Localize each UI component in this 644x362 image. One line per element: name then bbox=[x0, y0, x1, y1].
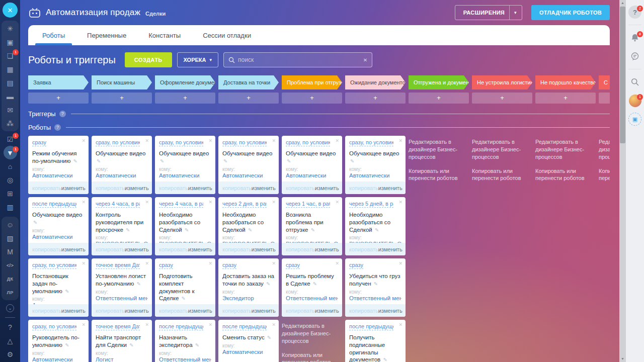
add-robot-button[interactable]: + bbox=[345, 93, 406, 104]
search-input[interactable] bbox=[238, 56, 360, 63]
close-menu-button[interactable]: ✕ bbox=[3, 3, 18, 18]
copy-robot-button[interactable]: копировать bbox=[96, 185, 125, 191]
lr-icon[interactable]: ЛР bbox=[3, 286, 18, 299]
copy-robot-button[interactable]: копировать bbox=[286, 308, 315, 314]
delete-robot-icon[interactable]: ✕ bbox=[272, 200, 276, 205]
robot-recipient-link[interactable]: Автоматически bbox=[222, 172, 275, 178]
delete-robot-icon[interactable]: ✕ bbox=[82, 322, 86, 327]
delete-robot-icon[interactable]: ✕ bbox=[82, 261, 86, 266]
stage-header[interactable]: Заявка bbox=[28, 75, 89, 89]
copy-robot-button[interactable]: копировать bbox=[222, 308, 252, 314]
edit-pencil-icon[interactable]: ✎ bbox=[126, 227, 130, 233]
funnel-selector[interactable]: ХОРЕКА ▾ bbox=[177, 52, 218, 67]
tab-4[interactable]: Сессии отладки bbox=[192, 25, 262, 45]
scroll-down-icon[interactable]: ▼ bbox=[619, 356, 626, 362]
edit-in-designer-link[interactable]: Редактировать в дизайнере Бизнес-процесс… bbox=[472, 138, 532, 161]
scroll-up-icon[interactable]: ▲ bbox=[619, 0, 626, 6]
structure-icon[interactable]: △ bbox=[3, 334, 18, 347]
chat-icon[interactable]: ❏1 bbox=[3, 49, 18, 62]
delete-robot-icon[interactable]: ✕ bbox=[208, 138, 212, 143]
copy-robot-button[interactable]: копировать bbox=[32, 185, 61, 191]
tasks-icon[interactable]: ☑1 bbox=[3, 132, 18, 146]
delete-robot-icon[interactable]: ✕ bbox=[208, 200, 212, 205]
edit-robot-button[interactable]: изменить bbox=[378, 185, 403, 191]
robot-trigger-time-link[interactable]: сразу bbox=[222, 262, 236, 269]
edit-pencil-icon[interactable]: ✎ bbox=[182, 296, 186, 301]
feed-icon[interactable]: ✳ bbox=[3, 22, 18, 35]
edit-pencil-icon[interactable]: ✎ bbox=[97, 158, 101, 164]
edit-in-designer-link[interactable]: Редактировать в дизайнере Бизнес-процесс… bbox=[599, 138, 610, 161]
automation-icon[interactable]: ☺ bbox=[3, 218, 18, 231]
edit-pencil-icon[interactable]: ✎ bbox=[248, 227, 252, 233]
edit-robot-button[interactable]: изменить bbox=[61, 185, 86, 191]
robot-recipient-link[interactable]: Автоматически bbox=[96, 172, 148, 178]
robot-trigger-time-link[interactable]: сразу, по условию bbox=[286, 139, 330, 146]
notifications-button[interactable]: 8 bbox=[628, 31, 642, 45]
robot-recipient-link[interactable]: Автоматически bbox=[32, 356, 85, 362]
robot-trigger-time-link[interactable]: сразу bbox=[32, 139, 46, 146]
tab-2[interactable]: Переменные bbox=[76, 25, 137, 45]
edit-robot-button[interactable]: изменить bbox=[125, 308, 149, 314]
delete-robot-icon[interactable]: ✕ bbox=[145, 261, 149, 266]
add-robot-button[interactable]: + bbox=[155, 93, 215, 104]
vertical-scrollbar[interactable]: ▲ ▼ bbox=[619, 0, 626, 362]
settings-icon[interactable]: ⚙ bbox=[3, 347, 18, 361]
entity-link[interactable]: Сделки bbox=[145, 11, 166, 17]
developer-icon[interactable]: </> bbox=[3, 258, 18, 272]
help-button[interactable]: ? 2 bbox=[628, 5, 642, 19]
edit-pencil-icon[interactable]: ✎ bbox=[311, 227, 315, 233]
extensions-button[interactable]: РАСШИРЕНИЯ ▾ bbox=[455, 5, 522, 20]
robot-trigger-time-link[interactable]: сразу, по условию bbox=[222, 139, 267, 146]
mail-icon[interactable]: ✉ bbox=[3, 103, 18, 117]
robot-trigger-time-link[interactable]: сразу, по условию bbox=[32, 262, 76, 269]
edit-robot-button[interactable]: изменить bbox=[61, 308, 86, 314]
edit-pencil-icon[interactable]: ✎ bbox=[287, 158, 291, 164]
delete-robot-icon[interactable]: ✕ bbox=[208, 261, 212, 266]
documents-icon[interactable]: ▤ bbox=[3, 76, 18, 89]
robot-trigger-time-link[interactable]: через 1 час, в рабоче... bbox=[286, 201, 330, 208]
edit-robot-button[interactable]: изменить bbox=[188, 308, 212, 314]
robot-trigger-time-link[interactable]: после предыдущего bbox=[222, 323, 267, 330]
edit-robot-button[interactable]: изменить bbox=[125, 246, 149, 252]
robot-trigger-time-link[interactable]: сразу, по условию bbox=[96, 139, 140, 146]
robot-trigger-time-link[interactable]: через 5 дней, в рабоч... bbox=[349, 201, 393, 208]
edit-robot-button[interactable]: изменить bbox=[188, 185, 212, 191]
edit-robot-button[interactable]: изменить bbox=[252, 308, 276, 314]
scrollbar-thumb[interactable] bbox=[620, 7, 625, 143]
robot-debugger-button[interactable]: ОТЛАДЧИК РОБОТОВ bbox=[531, 5, 610, 20]
robot-recipient-link[interactable]: Экспедитор bbox=[222, 295, 275, 301]
copy-or-move-robots-link[interactable]: Копировать или перенести роботов bbox=[599, 167, 610, 183]
copy-robot-button[interactable]: копировать bbox=[349, 308, 378, 314]
delete-robot-icon[interactable]: ✕ bbox=[272, 261, 276, 266]
copy-robot-button[interactable]: копировать bbox=[32, 246, 61, 252]
copy-or-move-robots-link[interactable]: Копировать или перенести роботов bbox=[409, 167, 469, 183]
robot-recipient-link[interactable]: Автоматически bbox=[349, 172, 401, 178]
stage-header[interactable]: Оформление докумен... bbox=[155, 75, 215, 89]
edit-pencil-icon[interactable]: ✎ bbox=[375, 227, 379, 233]
robot-recipient-link[interactable]: Автоматически bbox=[32, 172, 85, 178]
robot-trigger-time-link[interactable]: через 4 часа, в рабоч... bbox=[96, 201, 140, 208]
robot-trigger-time-link[interactable]: после предыдущего bbox=[349, 323, 393, 330]
robot-trigger-time-link[interactable]: после предыдущего, п... bbox=[32, 201, 76, 208]
add-robot-button[interactable]: + bbox=[218, 93, 279, 104]
delete-robot-icon[interactable]: ✕ bbox=[145, 200, 149, 205]
drive-icon[interactable]: ▬ bbox=[3, 89, 18, 103]
calendar-icon[interactable]: ▦ bbox=[3, 62, 18, 76]
delete-robot-icon[interactable]: ✕ bbox=[208, 322, 212, 327]
edit-pencil-icon[interactable]: ✎ bbox=[129, 342, 133, 348]
employees-icon[interactable]: ⁂ bbox=[3, 117, 18, 130]
dk-icon[interactable]: ДК bbox=[3, 272, 18, 286]
edit-robot-button[interactable]: изменить bbox=[252, 246, 276, 252]
edit-pencil-icon[interactable]: ✎ bbox=[65, 342, 69, 348]
copy-or-move-robots-link[interactable]: Копировать или перенести роботов bbox=[472, 167, 532, 183]
copy-robot-button[interactable]: копировать bbox=[159, 185, 188, 191]
add-robot-button[interactable]: + bbox=[472, 93, 532, 104]
edit-in-designer-link[interactable]: Редактировать в дизайнере Бизнес-процесс… bbox=[535, 138, 596, 161]
stage-header[interactable]: Не устроила логистика bbox=[472, 75, 532, 89]
robot-trigger-time-link[interactable]: сразу, по условию bbox=[159, 139, 203, 146]
robot-recipient-link[interactable]: Автоматически bbox=[159, 172, 211, 178]
robot-recipient-link[interactable]: Ответственный мен... bbox=[96, 295, 148, 301]
delete-robot-icon[interactable]: ✕ bbox=[272, 138, 276, 143]
robot-trigger-time-link[interactable]: сразу, по условию bbox=[349, 139, 393, 146]
profile-button[interactable]: 1 bbox=[628, 94, 642, 108]
